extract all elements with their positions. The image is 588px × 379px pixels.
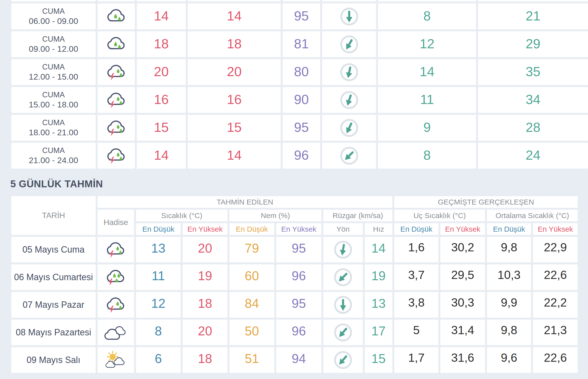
weather-icon [98,115,135,141]
column-header-humidity-min: En Düşük [229,223,274,235]
time-range-label: 12.00 - 15.00 [29,72,78,82]
daily-row: 09 Mayıs Salı 6 18 51 94 15 1,7 31,6 9,6… [11,347,578,373]
wind-direction-icon [322,115,376,141]
hourly-row: CUMA 09.00 - 12.00 18 18 81 12 29 [11,31,588,57]
max-temperature-value: 18 [183,347,227,373]
humidity-value: 95 [283,115,320,141]
min-temperature-value: 13 [136,237,181,262]
average-min-value: 9,8 [487,237,531,262]
extreme-min-value: 5 [394,320,438,345]
temperature-value: 15 [137,115,186,141]
weather-icon [98,31,135,57]
max-humidity-value: 96 [276,264,321,290]
date-label: 09 Mayıs Salı [11,347,96,373]
wind-speed-value: 12 [378,31,476,57]
hourly-row: CUMA 12.00 - 15.00 20 20 80 14 35 [11,59,588,85]
felt-temperature-value: 14 [188,143,281,169]
column-header-average-min: En Düşük [487,223,531,235]
wind-gust-value: 29 [478,31,588,57]
extreme-min-value: 1,6 [394,237,438,262]
daily-row: 07 Mayıs Pazar 12 18 84 95 13 3,8 30,3 9… [11,292,578,318]
time-range-label: 18.00 - 21.00 [29,127,78,137]
wind-gust-value: 21 [478,3,588,29]
column-header-wind-speed: Hız [365,223,392,235]
min-temperature-value: 6 [136,347,181,373]
time-range-label: 15.00 - 18.00 [29,100,78,109]
weather-icon [98,237,134,262]
felt-temperature-value: 18 [188,31,281,57]
wind-speed-value: 14 [378,59,476,85]
wind-speed-value: 9 [378,115,476,141]
felt-temperature-value: 14 [188,3,281,29]
extreme-max-value: 30,2 [440,237,485,262]
day-label: CUMA [42,146,65,155]
time-range-label: 09.00 - 12.00 [29,44,78,54]
column-header-condition: Hadise [98,210,134,235]
weather-icon [98,59,135,85]
max-humidity-value: 95 [276,292,321,318]
wind-direction-icon [323,292,363,318]
date-label: 05 Mayıs Cuma [11,237,96,262]
average-max-value: 22,9 [533,237,578,262]
average-min-value: 9,9 [487,292,531,318]
hourly-row: CUMA 06.00 - 09.00 14 14 95 8 21 [11,3,588,29]
period-cell: CUMA 18.00 - 21.00 [11,115,96,141]
max-temperature-value: 18 [183,292,227,318]
time-range-label: 06.00 - 09.00 [29,16,78,26]
average-min-value: 10,3 [487,264,531,290]
subgroup-header-extreme-temperature: Uç Sıcaklık (°C) [394,210,485,221]
min-humidity-value: 60 [229,264,274,290]
wind-gust-value: 24 [478,143,588,169]
extreme-max-value: 29,5 [440,264,485,290]
column-header-humidity-max: En Yüksek [276,223,321,235]
weather-icon [98,143,135,169]
average-min-value: 9,6 [487,347,531,373]
average-max-value: 21,3 [533,320,578,345]
extreme-min-value: 3,7 [394,264,438,290]
wind-speed-value: 17 [365,320,392,345]
cutoff-row [11,0,588,1]
max-humidity-value: 94 [276,347,321,373]
min-temperature-value: 8 [136,320,181,345]
wind-direction-icon [322,59,376,85]
weather-forecast-page: { "page": { "section_title": "5 GÜNLÜK T… [0,0,588,379]
wind-direction-icon [322,143,376,169]
hourly-row: CUMA 21.00 - 24.00 14 14 96 8 24 [11,143,588,169]
temperature-value: 14 [137,143,186,169]
average-max-value: 22,6 [533,347,578,373]
period-cell: CUMA 15.00 - 18.00 [11,87,96,113]
date-label: 06 Mayıs Cumartesi [11,264,96,290]
section-title: 5 GÜNLÜK TAHMİN [10,178,103,190]
column-header-min: En Düşük [136,223,181,235]
weather-icon [98,264,134,290]
humidity-value: 96 [283,143,320,169]
max-temperature-value: 19 [183,264,227,290]
time-range-label: 21.00 - 24.00 [29,155,78,165]
wind-direction-icon [322,87,376,113]
felt-temperature-value: 20 [188,59,281,85]
felt-temperature-value: 16 [188,87,281,113]
day-label: CUMA [42,35,65,44]
daily-row: 06 Mayıs Cumartesi 11 19 60 96 19 3,7 29… [11,264,578,290]
wind-speed-value: 13 [365,292,392,318]
subgroup-header-temperature: Sıcaklık (°C) [136,210,227,221]
extreme-max-value: 31,4 [440,320,485,345]
extreme-min-value: 3,8 [394,292,438,318]
min-temperature-value: 12 [136,292,181,318]
period-cell: CUMA 09.00 - 12.00 [11,31,96,57]
subgroup-header-wind: Rüzgar (km/sa) [323,210,392,221]
date-label: 08 Mayıs Pazartesi [11,320,96,345]
max-temperature-value: 20 [183,237,227,262]
temperature-value: 18 [137,31,186,57]
column-header-max: En Yüksek [183,223,227,235]
min-humidity-value: 84 [229,292,274,318]
felt-temperature-value: 15 [188,115,281,141]
period-cell: CUMA 12.00 - 15.00 [11,59,96,85]
period-cell: CUMA 06.00 - 09.00 [11,3,96,29]
max-humidity-value: 96 [276,320,321,345]
wind-speed-value: 8 [378,3,476,29]
min-humidity-value: 79 [229,237,274,262]
average-min-value: 9,8 [487,320,531,345]
wind-gust-value: 34 [478,87,588,113]
wind-direction-icon [323,264,363,290]
